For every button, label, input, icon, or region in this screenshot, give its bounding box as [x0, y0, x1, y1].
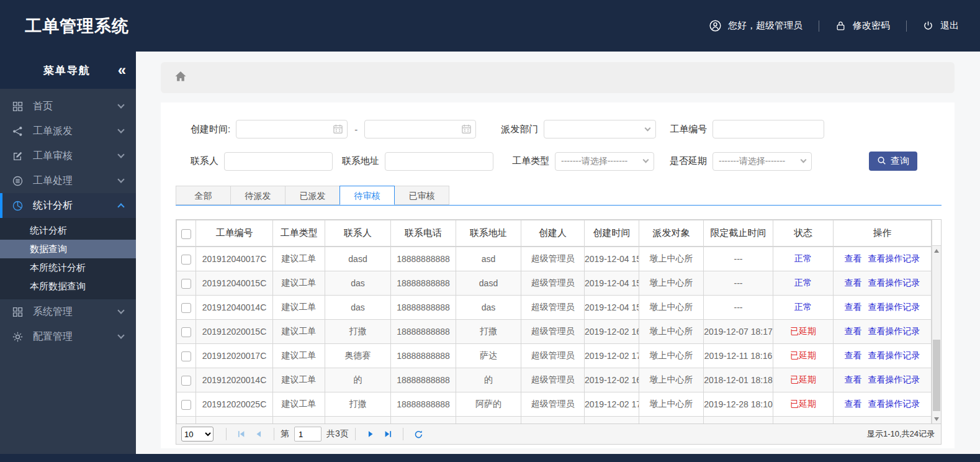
view-log-link[interactable]: 查看操作记录	[868, 326, 920, 336]
prev-page-button[interactable]	[250, 430, 267, 438]
view-log-link[interactable]: 查看操作记录	[868, 374, 920, 384]
submenu-item[interactable]: 本所统计分析	[0, 258, 136, 277]
created-from-input[interactable]	[236, 120, 348, 138]
scrollbar-header-spacer	[932, 220, 941, 246]
view-log-link[interactable]: 查看操作记录	[868, 350, 920, 360]
view-link[interactable]: 查看	[845, 302, 862, 312]
page-number-input[interactable]	[294, 427, 321, 442]
delay-label: 是否延期	[670, 155, 707, 167]
refresh-icon[interactable]	[410, 430, 428, 439]
row-checkbox[interactable]	[181, 279, 191, 289]
contact-input[interactable]	[224, 152, 333, 171]
department-select[interactable]	[544, 120, 656, 138]
chevron-down-icon	[643, 157, 649, 163]
submenu-item-label: 数据查询	[30, 243, 67, 254]
cell-status: 已延期	[773, 368, 834, 392]
view-link[interactable]: 查看	[845, 350, 862, 360]
cell-phone: 18888888888	[391, 247, 456, 271]
page-size-select[interactable]: 10	[181, 427, 214, 442]
row-checkbox[interactable]	[181, 351, 191, 361]
tab-label: 已审核	[409, 191, 435, 201]
column-header: 创建人	[521, 220, 585, 247]
created-to-input[interactable]	[364, 120, 476, 138]
view-link[interactable]: 查看	[845, 423, 862, 424]
scrollbar-thumb[interactable]	[933, 340, 940, 411]
view-link[interactable]: 查看	[845, 253, 862, 263]
sidebar-item-dispatch[interactable]: 工单派发	[0, 119, 136, 143]
row-checkbox[interactable]	[181, 255, 191, 265]
scroll-down-icon[interactable]	[932, 414, 941, 424]
cell-status: 正常	[773, 247, 834, 271]
pager-divider	[403, 428, 403, 440]
table-scrollbar[interactable]	[932, 220, 941, 424]
submenu-item[interactable]: 统计分析	[0, 221, 136, 240]
app-header: 工单管理系统 您好，超级管理员 修改密码 退出	[0, 0, 980, 52]
status-badge: 正常	[794, 302, 812, 312]
cell-order-type: 建议工单	[273, 296, 325, 320]
tab[interactable]: 待派发	[230, 186, 285, 205]
tab[interactable]: 已派发	[285, 186, 340, 205]
view-link[interactable]: 查看	[845, 374, 862, 384]
view-log-link[interactable]: 查看操作记录	[868, 423, 920, 424]
column-header: 工单类型	[273, 220, 325, 247]
submenu-item[interactable]: 数据查询	[0, 240, 136, 258]
submenu-item[interactable]: 本所数据查询	[0, 277, 136, 296]
sidebar-item-config[interactable]: 配置管理	[0, 324, 136, 349]
cell-address: das	[456, 296, 521, 320]
cell-address: 阿萨的	[456, 392, 521, 417]
last-page-button[interactable]	[379, 430, 397, 438]
change-password-button[interactable]: 修改密码	[835, 20, 890, 32]
orders-table-body: 201912040017C 建议工单 dasd 18888888888 asd …	[176, 247, 932, 424]
row-checkbox[interactable]	[181, 376, 191, 386]
tab[interactable]: 已审核	[394, 186, 449, 205]
search-button[interactable]: 查询	[869, 152, 917, 171]
user-icon	[709, 20, 721, 32]
home-icon[interactable]	[174, 70, 187, 85]
select-all-checkbox[interactable]	[181, 229, 191, 239]
tab-label: 已派发	[300, 191, 326, 201]
tab[interactable]: 全部	[176, 186, 231, 205]
cell-order-id: 201912020025C	[196, 392, 273, 417]
sidebar-item-statistics[interactable]: 统计分析	[0, 193, 136, 218]
scrollbar-track[interactable]	[932, 255, 941, 414]
collapse-sidebar-icon[interactable]: «	[118, 63, 126, 78]
logout-button[interactable]: 退出	[923, 20, 959, 32]
view-log-link[interactable]: 查看操作记录	[868, 278, 920, 288]
scroll-up-icon[interactable]	[932, 246, 941, 255]
sidebar-header: 菜单导航 «	[0, 52, 136, 89]
order-no-input[interactable]	[713, 120, 824, 138]
cell-status	[773, 417, 834, 424]
sidebar-item-process[interactable]: 工单处理	[0, 168, 136, 193]
row-checkbox[interactable]	[181, 303, 191, 313]
row-checkbox[interactable]	[181, 327, 191, 337]
sidebar-item-home[interactable]: 首页	[0, 94, 136, 119]
sidebar-item-review[interactable]: 工单审核	[0, 143, 136, 168]
view-log-link[interactable]: 查看操作记录	[868, 253, 920, 263]
delay-select[interactable]: -------请选择-------	[713, 152, 812, 171]
tab-label: 待审核	[354, 191, 380, 201]
power-icon	[923, 20, 933, 31]
view-link[interactable]: 查看	[845, 326, 862, 336]
chevron-down-icon	[117, 332, 124, 338]
first-page-button[interactable]	[233, 430, 250, 438]
view-link[interactable]: 查看	[845, 399, 862, 409]
cell-order-type	[273, 417, 325, 424]
tab[interactable]: 待审核	[339, 186, 395, 205]
row-checkbox[interactable]	[181, 400, 191, 410]
share-icon	[11, 125, 24, 137]
cell-contact: das	[325, 271, 391, 296]
address-input[interactable]	[385, 152, 493, 171]
cell-contact: 奥德赛	[325, 344, 391, 368]
header-divider	[906, 20, 907, 32]
type-select[interactable]: -------请选择-------	[555, 152, 654, 171]
submenu-item-label: 本所数据查询	[30, 281, 86, 291]
view-log-link[interactable]: 查看操作记录	[868, 399, 920, 409]
row-select-cell	[177, 247, 196, 271]
sidebar-item-system[interactable]: 系统管理	[0, 299, 136, 324]
next-page-button[interactable]	[362, 430, 379, 438]
view-log-link[interactable]: 查看操作记录	[868, 302, 920, 312]
user-menu[interactable]: 您好，超级管理员	[709, 20, 802, 32]
view-link[interactable]: 查看	[845, 278, 862, 288]
cell-deadline: 2019-12-07 18:17	[704, 320, 773, 344]
cell-dispatch-target: 墩上中心所	[639, 247, 704, 271]
